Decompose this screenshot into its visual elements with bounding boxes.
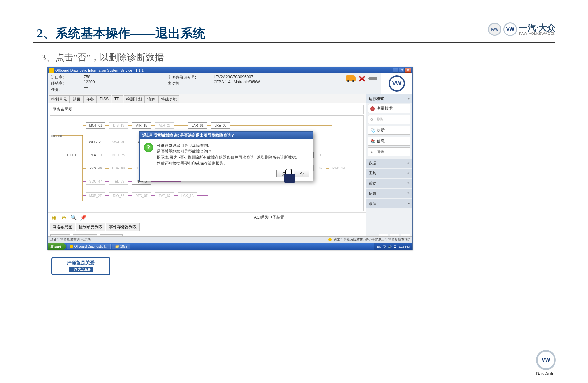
das-auto-logo: VW Das Auto. (536, 350, 556, 376)
node-mot01[interactable]: MOT_01 (86, 122, 105, 129)
node-bre03[interactable]: BRE_03 (211, 122, 230, 129)
minimize-button[interactable]: _ (393, 68, 398, 73)
tab-tpi[interactable]: TPI (112, 95, 123, 103)
right-mode-header[interactable]: 运行模式« (366, 94, 412, 103)
main-tabs: 控制单元 结果 任务 DISS TPI 检测计划 流程 特殊功能 (48, 94, 366, 103)
section-tools[interactable]: 工具» (366, 169, 412, 178)
tab-results[interactable]: 结果 (70, 95, 83, 103)
windows-taskbar: ⊞ start Offboard Diagnostic I... 📁1022 E… (48, 243, 412, 250)
node-weg25[interactable]: WEG_25 (86, 139, 105, 145)
maximize-button[interactable]: □ (399, 68, 405, 73)
network-diagram[interactable]: connector MOT_01 DIS_13 AIR_15 ALR_22 BA… (50, 115, 364, 211)
importer-value: 758 (84, 75, 95, 79)
brand-name-en: FAW-VOLKSWAGEN (519, 32, 556, 35)
node-did19[interactable]: DID_19 (63, 152, 82, 158)
section-info[interactable]: 信息» (366, 189, 412, 198)
car-icon (346, 75, 356, 81)
section-help[interactable]: 帮助» (366, 179, 412, 188)
faw-logo-icon: FAW (488, 23, 501, 36)
tab-diss[interactable]: DISS (97, 95, 111, 103)
node-alr22[interactable]: ALR_22 (155, 122, 174, 129)
node-pla10[interactable]: PLA_10 (86, 152, 105, 158)
node-rad14[interactable]: RAD_14 (329, 165, 348, 171)
system-tray[interactable]: EN 🛡 🔊 🖧 2:16 PM (374, 243, 412, 250)
dealer-value: 12200 (84, 80, 95, 84)
yes-button[interactable]: 是 (276, 170, 291, 177)
status-bar: 终止引导型故障查询 已启动 退出引导型故障查询: 是否决定退出引导型故障查询? (48, 236, 412, 243)
tray-volume-icon[interactable]: 🔊 (388, 245, 392, 248)
node-dis13[interactable]: DIS_13 (109, 122, 128, 129)
tab-process[interactable]: 流程 (145, 95, 158, 103)
node-swa3c[interactable]: SWA_3C (109, 139, 128, 145)
dealer-label: 经销商: (51, 81, 84, 86)
dialog-title: 退出引导型故障查询: 是否决定退出引导型故障查询? (140, 132, 313, 139)
subtab-network[interactable]: 网络布局图 (50, 223, 75, 231)
vw-logo-large-icon: VW (389, 75, 405, 92)
mode-refresh[interactable]: ⟳刷新 (368, 115, 410, 124)
taskbar-folder[interactable]: 📁1022 (112, 244, 130, 249)
expand-icon: » (407, 160, 410, 166)
node-hde6d[interactable]: HDE_6D (109, 165, 128, 171)
node-m3p2e[interactable]: M3P_2E (86, 192, 105, 199)
tray-shield-icon[interactable]: 🛡 (383, 245, 386, 248)
brand-logo: FAW VW 一汽·大众 FAW-VOLKSWAGEN (488, 22, 556, 36)
diagram-footer-label: AC/暖风电子装置 (254, 215, 363, 220)
pin-icon[interactable]: 📌 (80, 214, 87, 221)
app-icon-small (70, 245, 73, 248)
node-rtd0f[interactable]: RTD_0F (132, 192, 151, 199)
no-button[interactable]: 否 (294, 170, 309, 177)
start-button[interactable]: ⊞ start (48, 243, 66, 250)
node-69[interactable]: _69 (313, 165, 326, 171)
slide-title: 2、系统基本操作——退出系统 (37, 25, 205, 42)
vw-logo-icon: VW (503, 22, 517, 36)
engine-label: 发动机: (168, 81, 214, 86)
gauge-icon (370, 106, 375, 111)
fit-icon[interactable]: ▦ (50, 214, 57, 221)
importer-label: 进口商: (51, 75, 84, 80)
node-tel77[interactable]: TEL_77 (109, 178, 128, 185)
refresh-icon: ⟳ (370, 117, 375, 122)
exit-dialog: 退出引导型故障查询: 是否决定退出引导型故障查询? ? 可继续或退出引导型故障查… (139, 131, 313, 181)
tray-lang[interactable]: EN (377, 245, 381, 248)
node-zks46[interactable]: ZKS_46 (86, 165, 105, 171)
slogan-sub: 一汽·大众服务 (69, 267, 93, 272)
close-button[interactable]: × (405, 68, 411, 73)
tab-special[interactable]: 特殊功能 (158, 95, 179, 103)
node-not75[interactable]: NOT_75 (109, 152, 128, 158)
tray-network-icon[interactable]: 🖧 (394, 245, 396, 248)
node-tvt67[interactable]: TVT_67 (155, 192, 174, 199)
bulb-icon (328, 238, 332, 241)
node-bar61[interactable]: BAR_61 (188, 122, 207, 129)
node-rio56[interactable]: RIO_56 (109, 192, 128, 199)
tab-task[interactable]: 任务 (83, 95, 97, 103)
node-air15[interactable]: AIR_15 (132, 122, 151, 129)
mode-info[interactable]: 📚信息 (368, 137, 410, 146)
diagram-title: 网络布局图 (50, 105, 364, 114)
section-data[interactable]: 数据» (366, 159, 412, 168)
status-left-text: 终止引导型故障查询 已启动 (50, 237, 91, 242)
tab-testplan[interactable]: 检测计划 (124, 95, 145, 103)
zoom-in-icon[interactable]: ⊕ (60, 214, 67, 221)
window-titlebar: Offboard Diagnostic Information System S… (48, 67, 412, 73)
section-trace[interactable]: 跟踪» (366, 199, 412, 208)
mode-admin[interactable]: ⚙管理 (368, 147, 410, 156)
question-icon: ? (144, 143, 153, 152)
subtab-events[interactable]: 事件存储器列表 (106, 223, 140, 231)
gear-icon: ⚙ (370, 150, 375, 154)
view-tabs: 网络布局图 控制单元列表 事件存储器列表 (48, 222, 366, 232)
subtab-cu-list[interactable]: 控制单元列表 (76, 223, 105, 231)
slogan-badge: 严谨就是关爱 一汽·大众服务 (51, 257, 110, 275)
mode-diagnose[interactable]: 🩺诊断 (368, 126, 410, 135)
node-sou47[interactable]: SOU_47 (86, 178, 105, 185)
header-vw-logo: VW (381, 73, 412, 94)
mode-measurement[interactable]: 测量技术 (368, 104, 410, 113)
tab-control-unit[interactable]: 控制单元 (49, 95, 70, 103)
main-left-panel: 控制单元 结果 任务 DISS TPI 检测计划 流程 特殊功能 网络布局图 (48, 94, 366, 244)
zoom-out-icon[interactable]: 🔍 (70, 214, 77, 221)
header-info-panel: 进口商: 经销商: 任务: 758 12200 — 车辆身份识别号: 发动机: … (48, 73, 412, 94)
taskbar-app1[interactable]: Offboard Diagnostic I... (67, 244, 111, 249)
folder-icon: 📁 (115, 245, 119, 248)
vin-value: LFV2A23C7C3096907 (214, 75, 260, 79)
node-09[interactable]: _09 (313, 152, 326, 158)
node-lck1c[interactable]: LCK_1C (178, 192, 197, 199)
